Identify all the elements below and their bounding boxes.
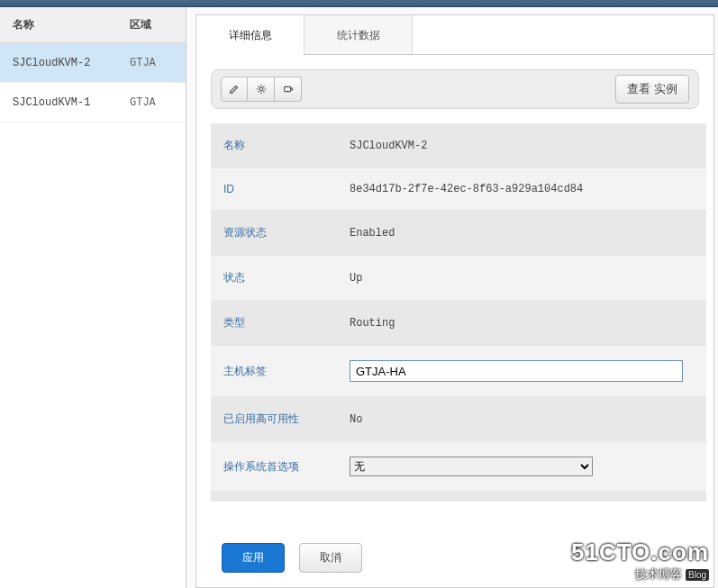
- label-id: ID: [211, 168, 337, 211]
- edit-icon-button[interactable]: [221, 77, 248, 102]
- host-row[interactable]: SJCloudKVM-1 GTJA: [0, 83, 186, 122]
- detail-row-ospref: 操作系统首选项无: [211, 442, 706, 492]
- label-name: 名称: [211, 123, 337, 168]
- power-icon-button[interactable]: [275, 77, 302, 102]
- value-name: SJCloudKVM-2: [337, 123, 706, 168]
- label-state: 状态: [211, 256, 337, 301]
- detail-row-zone: 区域GTJA: [211, 492, 706, 502]
- tab-details[interactable]: 详细信息: [196, 15, 304, 55]
- detail-row-resstate: 资源状态Enabled: [211, 211, 706, 256]
- tabs: 详细信息 统计数据: [196, 15, 713, 55]
- detail-row-hosttag: 主机标签: [211, 346, 706, 397]
- tab-stats[interactable]: 统计数据: [304, 15, 413, 54]
- host-name-cell: SJCloudKVM-1: [0, 96, 126, 109]
- host-list-panel: 名称 区域 SJCloudKVM-2 GTJA SJCloudKVM-1 GTJ…: [0, 7, 186, 588]
- detail-row-id: ID8e34d17b-2f7e-42ec-8f63-a929a104cd84: [211, 168, 706, 211]
- apply-button[interactable]: 应用: [222, 543, 285, 573]
- label-ospref: 操作系统首选项: [211, 442, 337, 492]
- label-resstate: 资源状态: [211, 211, 337, 256]
- detail-row-name: 名称SJCloudKVM-2: [211, 123, 706, 168]
- host-name-cell: SJCloudKVM-2: [0, 57, 126, 69]
- value-id: 8e34d17b-2f7e-42ec-8f63-a929a104cd84: [337, 168, 706, 211]
- settings-icon-button[interactable]: [248, 77, 275, 102]
- edit-icon: [228, 83, 241, 95]
- cancel-button[interactable]: 取消: [299, 543, 362, 573]
- svg-rect-1: [284, 86, 290, 91]
- value-resstate: Enabled: [337, 211, 706, 256]
- detail-row-state: 状态Up: [211, 256, 706, 301]
- detail-table: 名称SJCloudKVM-2 ID8e34d17b-2f7e-42ec-8f63…: [211, 123, 706, 502]
- value-state: Up: [337, 256, 706, 301]
- value-ha: No: [337, 397, 706, 442]
- toolbar: 查看 实例: [211, 69, 699, 109]
- label-type: 类型: [211, 301, 337, 346]
- value-type: Routing: [337, 301, 706, 346]
- host-zone-cell: GTJA: [126, 57, 186, 69]
- host-list-header: 名称 区域: [0, 7, 186, 43]
- hosttag-input[interactable]: [350, 360, 683, 382]
- view-instances-button[interactable]: 查看 实例: [615, 75, 689, 104]
- label-hosttag: 主机标签: [211, 346, 337, 397]
- host-zone-cell: GTJA: [126, 96, 186, 109]
- label-zone: 区域: [211, 492, 337, 502]
- value-zone: GTJA: [337, 492, 706, 502]
- gear-icon: [255, 83, 268, 95]
- col-header-zone[interactable]: 区域: [126, 17, 186, 32]
- label-ha: 已启用高可用性: [211, 397, 337, 442]
- svg-point-0: [259, 87, 263, 91]
- plug-icon: [282, 83, 295, 95]
- footer-buttons: 应用 取消: [222, 543, 362, 573]
- window-titlebar: [0, 0, 718, 7]
- detail-panel: 详细信息 统计数据 查看 实例: [186, 7, 718, 588]
- col-header-name[interactable]: 名称: [0, 17, 126, 32]
- detail-scroll[interactable]: 名称SJCloudKVM-2 ID8e34d17b-2f7e-42ec-8f63…: [211, 123, 706, 502]
- host-row[interactable]: SJCloudKVM-2 GTJA: [0, 43, 186, 83]
- detail-row-type: 类型Routing: [211, 301, 706, 346]
- ospref-select[interactable]: 无: [350, 457, 593, 476]
- detail-row-ha: 已启用高可用性No: [211, 397, 706, 442]
